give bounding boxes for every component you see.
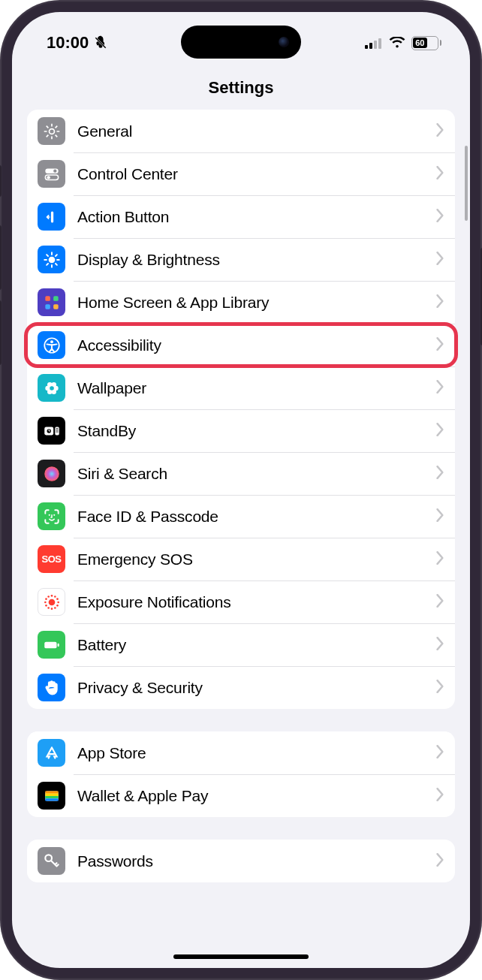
volume-down	[0, 300, 2, 365]
svg-point-65	[56, 598, 59, 600]
svg-point-60	[44, 601, 47, 603]
svg-rect-5	[378, 38, 381, 49]
svg-rect-69	[45, 791, 58, 793]
svg-point-55	[56, 605, 59, 607]
svg-rect-66	[44, 641, 56, 648]
row-label: Privacy & Security	[77, 679, 436, 697]
svg-point-56	[54, 607, 56, 609]
row-action-button[interactable]: Action Button	[27, 195, 455, 238]
row-siri[interactable]: Siri & Search	[27, 452, 455, 495]
home-indicator[interactable]	[173, 954, 309, 959]
svg-point-64	[54, 596, 56, 598]
row-standby[interactable]: StandBy	[27, 409, 455, 452]
standby-icon	[38, 417, 65, 445]
row-label: Display & Brightness	[77, 251, 436, 269]
chevron-right-icon	[436, 380, 444, 397]
svg-point-57	[50, 608, 53, 610]
brightness-icon	[38, 246, 65, 273]
svg-line-22	[55, 263, 56, 264]
svg-rect-72	[45, 798, 58, 801]
svg-point-16	[53, 169, 56, 172]
switch-icon	[38, 160, 65, 188]
row-sos[interactable]: SOSEmergency SOS	[27, 538, 455, 580]
row-label: Wallpaper	[77, 379, 436, 397]
row-control-center[interactable]: Control Center	[27, 152, 455, 195]
svg-point-58	[47, 607, 50, 609]
row-label: Siri & Search	[77, 465, 436, 483]
row-label: Battery	[77, 636, 436, 654]
row-app-store[interactable]: App Store	[27, 731, 455, 774]
page-title: Settings	[12, 60, 470, 110]
svg-point-18	[47, 176, 50, 179]
chevron-right-icon	[436, 466, 444, 482]
settings-list[interactable]: GeneralControl CenterAction ButtonDispla…	[12, 110, 470, 968]
row-general[interactable]: General	[27, 110, 455, 152]
svg-rect-32	[53, 304, 59, 309]
accessibility-icon	[38, 331, 65, 359]
side-button	[0, 165, 2, 197]
grid-icon	[38, 288, 65, 316]
svg-rect-19	[50, 211, 53, 222]
row-wallpaper[interactable]: Wallpaper	[27, 366, 455, 409]
row-home-screen[interactable]: Home Screen & App Library	[27, 281, 455, 324]
svg-line-14	[55, 125, 57, 128]
svg-point-20	[48, 256, 55, 263]
svg-rect-70	[45, 793, 58, 795]
hand-icon	[38, 674, 65, 701]
settings-group: GeneralControl CenterAction ButtonDispla…	[27, 110, 455, 709]
svg-rect-2	[365, 45, 368, 49]
row-faceid[interactable]: Face ID & Passcode	[27, 495, 455, 538]
svg-point-41	[50, 386, 53, 390]
chevron-right-icon	[436, 853, 444, 870]
phone-frame: 10:00 60 Settings GeneralControl CenterA…	[0, 0, 482, 980]
svg-line-28	[55, 255, 56, 256]
row-wallet[interactable]: Wallet & Apple Pay	[27, 774, 455, 817]
settings-group: App StoreWallet & Apple Pay	[27, 731, 455, 817]
row-label: Action Button	[77, 208, 436, 226]
svg-rect-30	[53, 296, 59, 301]
row-accessibility[interactable]: Accessibility	[27, 324, 455, 366]
svg-line-8	[55, 134, 57, 137]
svg-rect-4	[374, 41, 377, 49]
svg-rect-46	[55, 427, 59, 435]
row-display[interactable]: Display & Brightness	[27, 238, 455, 281]
svg-rect-31	[45, 304, 50, 309]
row-label: Passwords	[77, 852, 436, 870]
svg-point-50	[44, 466, 59, 481]
svg-point-61	[45, 598, 47, 600]
status-time: 10:00	[47, 33, 89, 53]
row-battery[interactable]: Battery	[27, 623, 455, 666]
row-label: Home Screen & App Library	[77, 294, 436, 312]
row-label: Control Center	[77, 165, 436, 183]
svg-rect-29	[45, 296, 50, 301]
chevron-right-icon	[436, 788, 444, 804]
svg-rect-67	[57, 643, 59, 646]
row-label: Wallet & Apple Pay	[77, 787, 436, 805]
camera-dot	[279, 37, 289, 47]
action-icon	[38, 203, 65, 231]
dynamic-island	[181, 26, 301, 59]
screen: 10:00 60 Settings GeneralControl CenterA…	[12, 12, 470, 968]
chevron-right-icon	[436, 423, 444, 439]
row-label: General	[77, 122, 436, 140]
svg-rect-71	[45, 796, 58, 798]
row-label: App Store	[77, 744, 436, 762]
row-label: Face ID & Passcode	[77, 508, 436, 526]
key-icon	[38, 847, 65, 875]
row-label: Accessibility	[77, 336, 436, 354]
svg-point-59	[45, 605, 47, 607]
chevron-right-icon	[436, 252, 444, 268]
chevron-right-icon	[436, 680, 444, 696]
gear-icon	[38, 117, 65, 145]
row-label: Emergency SOS	[77, 550, 436, 568]
row-exposure[interactable]: Exposure Notifications	[27, 580, 455, 623]
settings-group: Passwords	[27, 840, 455, 882]
faceid-icon	[38, 502, 65, 530]
scroll-indicator[interactable]	[465, 146, 468, 221]
svg-line-10	[46, 134, 48, 137]
row-passwords[interactable]: Passwords	[27, 840, 455, 882]
row-privacy[interactable]: Privacy & Security	[27, 666, 455, 709]
svg-line-12	[46, 125, 48, 128]
chevron-right-icon	[436, 637, 444, 653]
svg-point-53	[48, 599, 55, 605]
